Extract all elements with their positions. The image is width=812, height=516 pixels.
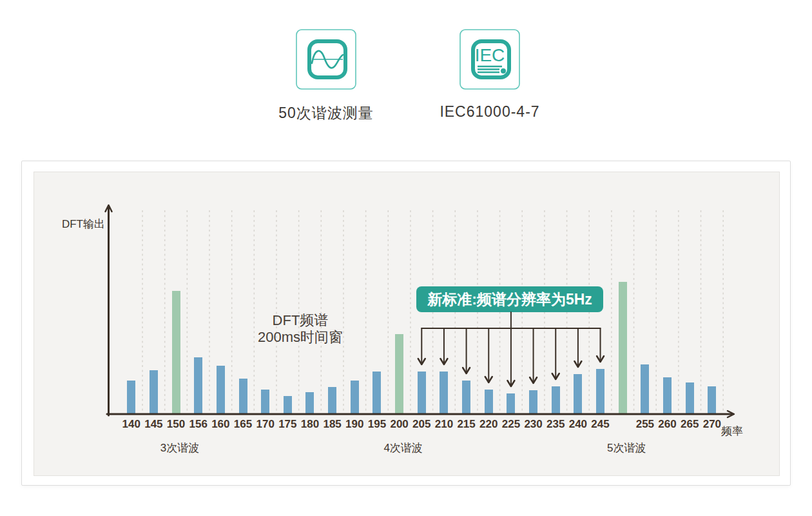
- chart-plot: DFT输出 频率 DFT频谱 200ms时间窗 新标准:频谱分辨率为5Hz 14…: [34, 172, 779, 475]
- iec-document-icon: IEC: [459, 29, 520, 90]
- page: 50次谐波测量 IEC IEC61000-4-7 DFT输出 频率 DFT频谱: [0, 0, 812, 516]
- axes-and-arrows-layer: [34, 172, 780, 477]
- feature-label-harmonic: 50次谐波测量: [266, 103, 387, 123]
- chart-area: DFT输出 频率 DFT频谱 200ms时间窗 新标准:频谱分辨率为5Hz 14…: [34, 172, 780, 476]
- feature-iec-standard: IEC IEC61000-4-7: [429, 29, 550, 121]
- sine-wave-icon: [296, 29, 356, 90]
- feature-label-iec: IEC61000-4-7: [429, 103, 550, 121]
- feature-harmonic-measurement: 50次谐波测量: [266, 29, 387, 123]
- chart-panel: DFT输出 频率 DFT频谱 200ms时间窗 新标准:频谱分辨率为5Hz 14…: [21, 161, 791, 486]
- iec-icon-text: IEC: [475, 45, 505, 65]
